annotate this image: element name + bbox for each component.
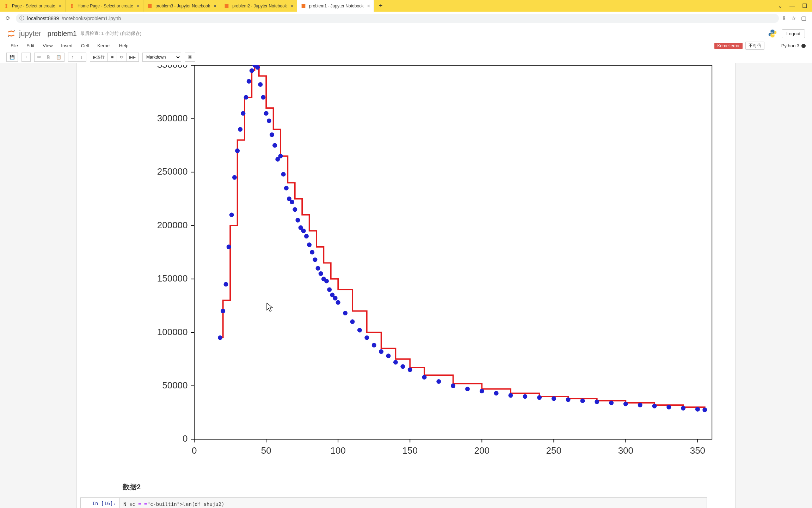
maximize-icon[interactable]: ☐ [802,2,807,9]
cut-button[interactable]: ✂ [34,53,44,62]
svg-point-105 [580,398,585,403]
menu-bar: File Edit View Insert Cell Kernel Help K… [0,41,812,51]
menu-insert[interactable]: Insert [57,43,77,48]
svg-point-42 [218,335,222,340]
chart-plot: 0500001000001500002000002500003000003500… [116,65,732,472]
tab-0[interactable]: Page - Select or create × [0,0,66,12]
svg-point-95 [436,379,441,384]
svg-point-61 [272,143,277,148]
jupyter-logo[interactable]: jupyter [6,29,41,38]
jupyter-icon [4,3,9,9]
stop-button[interactable]: ■ [108,53,117,62]
svg-point-107 [609,400,614,405]
notebook-name[interactable]: problem1 [48,30,77,38]
move-up-button[interactable]: ↑ [68,53,77,62]
tab-title: problem2 - Jupyter Notebook [232,4,287,8]
address-bar: ⟳ ⓘ localhost:8889/notebooks/problem1.ip… [0,12,812,25]
svg-point-76 [316,266,320,271]
menu-file[interactable]: File [6,43,22,48]
menu-help[interactable]: Help [115,43,133,48]
menu-cell[interactable]: Cell [77,43,93,48]
tab-title: Page - Select or create [12,4,55,8]
svg-point-65 [284,186,289,190]
svg-text:100: 100 [331,445,346,456]
svg-text:50: 50 [261,445,271,456]
svg-rect-5 [225,4,229,8]
svg-point-93 [408,368,412,372]
tab-title: Home Page - Select or create [78,4,133,8]
url-box[interactable]: ⓘ localhost:8889/notebooks/problem1.ipyn… [16,14,779,23]
jupyter-logo-icon [6,29,16,38]
new-tab-button[interactable]: + [374,2,388,10]
cell-type-select[interactable]: Markdown [142,53,181,62]
svg-point-50 [241,111,245,116]
svg-text:0: 0 [192,445,197,456]
share-icon[interactable]: ⇪ [782,15,786,22]
svg-point-103 [552,396,556,401]
svg-point-75 [313,258,317,262]
restart-button[interactable]: ⟳ [117,53,127,62]
output-area: 0500001000001500002000002500003000003500… [116,65,732,473]
command-palette-button[interactable]: ⌘ [185,53,195,62]
svg-text:300000: 300000 [157,113,188,123]
menu-view[interactable]: View [38,43,57,48]
sidepanel-icon[interactable]: ▢ [801,15,806,22]
star-icon[interactable]: ☆ [791,15,796,22]
restart-run-button[interactable]: ▶▶ [127,53,139,62]
svg-point-44 [223,282,228,286]
svg-point-86 [357,328,362,333]
move-down-button[interactable]: ↓ [77,53,86,62]
svg-text:100000: 100000 [157,327,188,337]
svg-point-80 [327,287,332,292]
svg-point-79 [324,279,329,283]
tab-3[interactable]: problem2 - Jupyter Notebook × [220,0,297,12]
menu-edit[interactable]: Edit [22,43,38,48]
copy-button[interactable]: ⎘ [44,53,53,62]
markdown-heading: 数据2 [77,475,735,495]
close-icon[interactable]: × [367,3,370,9]
jupyter-header: jupyter problem1 最后检查: 1 小时前 (自动保存) Logo… [0,25,812,41]
reload-icon[interactable]: ⟳ [3,15,13,22]
minimize-icon[interactable]: — [789,3,795,9]
tab-2[interactable]: problem3 - Jupyter Notebook × [143,0,220,12]
close-icon[interactable]: × [59,3,62,9]
close-icon[interactable]: × [137,3,140,9]
add-cell-button[interactable]: + [21,53,31,62]
window-controls: ⌄ — ☐ [778,2,812,9]
svg-point-99 [494,391,499,395]
chevron-down-icon[interactable]: ⌄ [778,2,782,9]
close-icon[interactable]: × [214,3,216,9]
notebook-icon [301,3,306,9]
trust-button[interactable]: 不可信 [745,42,764,50]
svg-point-68 [293,207,297,212]
code-cell-16[interactable]: In [16]: N_sc = ="c-builtin">len(df_shuj… [80,497,707,508]
svg-rect-6 [302,4,306,8]
save-button[interactable]: 💾 [6,53,18,62]
header-right: Logout [768,29,805,38]
svg-point-90 [386,353,391,358]
close-icon[interactable]: × [290,3,293,9]
svg-text:200: 200 [474,445,490,456]
code-input[interactable]: N_sc = ="c-builtin">len(df_shuju2) x_dat… [119,498,707,508]
svg-point-83 [336,300,340,305]
info-icon[interactable]: ⓘ [19,15,24,22]
svg-point-73 [307,242,312,247]
svg-point-43 [221,309,225,313]
svg-point-47 [232,175,237,180]
tab-1[interactable]: Home Page - Select or create × [66,0,143,12]
svg-point-114 [702,407,707,412]
svg-point-59 [267,119,271,123]
svg-text:150000: 150000 [157,273,188,284]
svg-point-74 [310,250,314,254]
svg-text:50000: 50000 [162,380,187,391]
svg-point-0 [5,4,7,6]
run-button[interactable]: ▶ 运行 [90,53,108,62]
svg-point-3 [71,6,73,8]
notebook-container: 0500001000001500002000002500003000003500… [0,63,812,508]
url-path: /notebooks/problem1.ipynb [62,16,121,21]
menu-kernel[interactable]: Kernel [93,43,115,48]
tab-4-active[interactable]: problem1 - Jupyter Notebook × [297,0,374,12]
logout-button[interactable]: Logout [782,29,805,38]
svg-text:250: 250 [546,445,561,456]
paste-button[interactable]: 📋 [53,53,64,62]
